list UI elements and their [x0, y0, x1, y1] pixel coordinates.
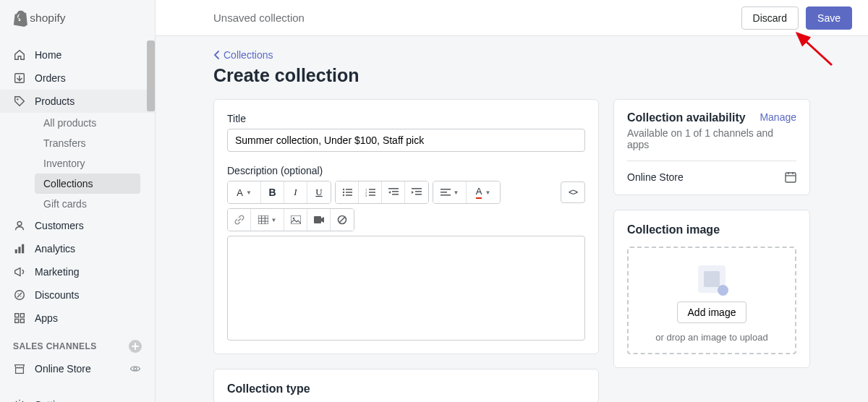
rte-bullet-list[interactable] [336, 181, 359, 203]
rte-bold[interactable]: B [261, 181, 284, 203]
svg-rect-4 [15, 249, 17, 253]
description-label: Description (optional) [227, 165, 585, 176]
sidebar-item-customers[interactable]: Customers [0, 214, 155, 237]
sidebar-label: Discounts [35, 289, 79, 301]
caret-down-icon: ▼ [454, 189, 459, 196]
image-dropzone[interactable]: Add image or drop an image to upload [627, 247, 796, 354]
page-title: Create collection [213, 65, 810, 86]
sidebar-label: Apps [35, 312, 58, 324]
subnav-transfers[interactable]: Transfers [35, 133, 155, 153]
manage-availability-link[interactable]: Manage [760, 111, 796, 123]
svg-rect-42 [314, 216, 321, 223]
sidebar-item-apps[interactable]: Apps [0, 307, 155, 330]
availability-title: Collection availability [627, 111, 746, 124]
sidebar-item-analytics[interactable]: Analytics [0, 237, 155, 260]
rte-toolbar-row2: ▼ [227, 208, 585, 231]
customers-icon [13, 219, 26, 232]
rte-align-dropdown[interactable]: ▼ [433, 181, 467, 203]
main-pane: Unsaved collection Discard Save Collecti… [156, 0, 868, 402]
subnav-inventory[interactable]: Inventory [35, 153, 155, 174]
sidebar-item-online-store[interactable]: Online Store [0, 357, 155, 380]
rte-color-dropdown[interactable]: A▼ [467, 181, 500, 203]
store-icon [13, 362, 26, 375]
apps-icon [13, 312, 26, 325]
add-image-button[interactable]: Add image [677, 302, 747, 323]
chevron-left-icon [213, 50, 220, 60]
svg-text:3: 3 [365, 194, 367, 197]
svg-rect-45 [786, 173, 796, 182]
sidebar-item-discounts[interactable]: Discounts [0, 283, 155, 307]
rte-indent[interactable] [405, 181, 428, 203]
rte-video[interactable] [307, 209, 331, 231]
products-subnav: All products Transfers Inventory Collect… [0, 113, 155, 214]
svg-rect-23 [369, 192, 375, 193]
svg-point-16 [342, 192, 344, 193]
sidebar-item-marketing[interactable]: Marketing [0, 260, 155, 283]
analytics-icon [13, 242, 26, 255]
collection-type-heading: Collection type [227, 382, 585, 395]
rte-clear-format[interactable] [331, 209, 354, 231]
brand-logo[interactable]: shopify [0, 0, 155, 36]
sidebar-scrollbar[interactable] [147, 40, 155, 111]
svg-point-41 [292, 218, 294, 220]
svg-rect-17 [346, 192, 352, 193]
svg-rect-15 [346, 189, 352, 190]
subnav-all-products[interactable]: All products [35, 113, 155, 133]
svg-text:shopify: shopify [30, 12, 65, 24]
breadcrumb-collections[interactable]: Collections [213, 49, 810, 61]
svg-rect-34 [441, 194, 451, 196]
rte-italic[interactable]: I [284, 181, 307, 203]
rte-image[interactable] [284, 209, 307, 231]
title-label: Title [227, 113, 585, 124]
caret-down-icon: ▼ [485, 189, 490, 196]
svg-rect-35 [258, 215, 268, 224]
rte-table[interactable]: ▼ [251, 209, 284, 231]
svg-rect-32 [441, 189, 451, 190]
svg-point-18 [342, 194, 344, 196]
title-input[interactable] [227, 129, 585, 152]
sidebar-label: Customers [35, 220, 84, 231]
calendar-icon[interactable] [785, 171, 796, 183]
save-button[interactable]: Save [806, 7, 852, 30]
svg-rect-26 [388, 188, 399, 189]
svg-rect-27 [392, 191, 399, 192]
availability-status: Available on 1 of 1 channels and apps [627, 127, 796, 150]
svg-rect-8 [15, 314, 19, 317]
details-card: Title Description (optional) A▼ B I U [213, 99, 599, 354]
discounts-icon [13, 288, 26, 302]
svg-rect-25 [369, 194, 375, 196]
gear-icon [13, 398, 26, 402]
sidebar-item-products[interactable]: Products [0, 90, 155, 113]
rte-link[interactable] [228, 209, 251, 231]
image-card-title: Collection image [627, 223, 796, 236]
home-icon [13, 48, 26, 61]
discard-button[interactable]: Discard [741, 7, 799, 30]
rte-number-list[interactable]: 123 [359, 181, 382, 203]
svg-rect-40 [291, 215, 301, 224]
description-editor[interactable] [227, 236, 585, 341]
subnav-gift-cards[interactable]: Gift cards [35, 194, 155, 214]
sidebar-item-orders[interactable]: Orders [0, 67, 155, 90]
rte-underline[interactable]: U [307, 181, 331, 203]
sidebar-label: Home [35, 49, 61, 61]
eye-icon[interactable] [129, 362, 142, 375]
svg-rect-19 [346, 194, 352, 196]
svg-rect-5 [18, 247, 20, 253]
sidebar-item-home[interactable]: Home [0, 43, 155, 67]
context-title: Unsaved collection [213, 12, 305, 24]
sales-channels-heading: SALES CHANNELS [0, 330, 155, 357]
svg-rect-28 [392, 194, 399, 195]
subnav-collections[interactable]: Collections [35, 174, 140, 194]
sidebar-item-settings[interactable]: Settings [0, 393, 155, 402]
drop-hint: or drop an image to upload [655, 332, 767, 343]
svg-rect-33 [441, 192, 447, 193]
svg-point-14 [342, 189, 344, 190]
rte-outdent[interactable] [382, 181, 405, 203]
rte-html-toggle[interactable]: <> [561, 181, 585, 203]
rte-format-dropdown[interactable]: A▼ [228, 181, 261, 203]
availability-card: Collection availability Manage Available… [613, 99, 810, 195]
svg-rect-31 [415, 194, 422, 195]
add-channel-button[interactable] [129, 340, 142, 353]
svg-line-44 [339, 217, 345, 223]
svg-rect-11 [20, 319, 24, 322]
